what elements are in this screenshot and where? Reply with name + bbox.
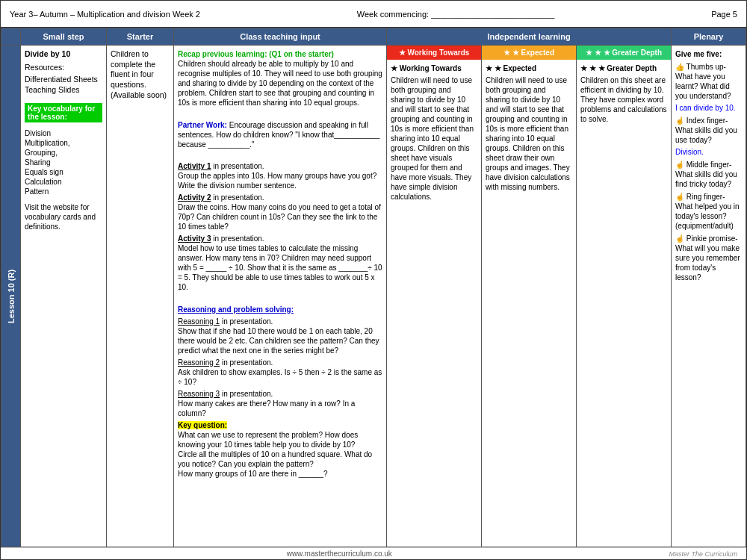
indep-learning-col-header: Independent learning bbox=[387, 28, 672, 46]
middle-finger-text: ☝ Middle finger- What skills did you fin… bbox=[675, 160, 742, 189]
reasoning-label: Reasoning and problem solving: bbox=[178, 305, 294, 314]
small-step-cell: Divide by 10 Resources: Differentiated S… bbox=[21, 46, 107, 547]
starter-text: Children to complete the fluent in four … bbox=[111, 49, 170, 100]
starter-col-header: Starter bbox=[107, 28, 174, 46]
activity3-text: Model how to use times tables to calcula… bbox=[178, 244, 382, 291]
resources-label: Resources: bbox=[25, 63, 102, 73]
activity1-label: Activity 1 bbox=[178, 162, 211, 170]
starter-cell: Children to complete the fluent in four … bbox=[107, 46, 174, 547]
greater-depth-content: ★ ★ ★ Greater Depth Children on this she… bbox=[577, 60, 671, 130]
visit-note: Visit the website for vocabulary cards a… bbox=[25, 202, 102, 231]
plenary-col-header: Plenary bbox=[672, 28, 746, 46]
greater-depth-cell: ★ ★ ★ Greater Depth ★ ★ ★ Greater Depth … bbox=[577, 46, 672, 547]
small-step-col-header: Small step bbox=[21, 28, 107, 46]
reasoning1-label: Reasoning 1 bbox=[178, 317, 220, 326]
partner-work-label: Partner Work: bbox=[178, 121, 229, 129]
footer-website: www.masterthecurriculum.co.uk bbox=[287, 550, 392, 558]
class-teaching-cell: Recap previous learning: (Q1 on the star… bbox=[174, 46, 387, 547]
plenary-cell: Give me five: 👍 Thumbs up- What have you… bbox=[672, 46, 746, 547]
activity3-label: Activity 3 bbox=[178, 234, 211, 243]
give-me-five-label: Give me five: bbox=[675, 50, 722, 58]
page-footer: www.masterthecurriculum.co.uk Master The… bbox=[1, 547, 746, 559]
class-teaching-col-header: Class teaching input bbox=[174, 28, 387, 46]
key-question-text: What can we use to represent the problem… bbox=[178, 431, 372, 478]
division-text: Division. bbox=[675, 147, 742, 157]
activity1-text: Group the apples into 10s. How many grou… bbox=[178, 172, 376, 190]
reasoning1-text: Show that if she had 10 there would be 1… bbox=[178, 327, 379, 355]
lesson-col-header bbox=[1, 28, 21, 46]
main-content: Small step Starter Class teaching input … bbox=[1, 28, 746, 547]
working-towards-header: ★ Working Towards bbox=[387, 46, 481, 60]
ring-finger-text: ☝ Ring finger- What helped you in today'… bbox=[675, 192, 742, 231]
key-vocab-box: Key vocabulary for the lesson: bbox=[25, 103, 102, 122]
lesson-label-cell: Lesson 10 (R) bbox=[1, 46, 21, 547]
recap-label: Recap previous learning: (Q1 on the star… bbox=[178, 50, 334, 58]
reasoning2-text: Ask children to show examples. Is ÷ 5 th… bbox=[178, 368, 382, 386]
index-finger-text: ☝ Index finger- What skills did you use … bbox=[675, 116, 742, 145]
small-step-title: Divide by 10 bbox=[25, 49, 70, 58]
vocab-list: DivisionMultiplication,Grouping,SharingE… bbox=[25, 128, 102, 196]
pinkie-text: ☝ Pinkie promise- What will you make sur… bbox=[675, 234, 742, 282]
activity2-text: Draw the coins. How many coins do you ne… bbox=[178, 203, 381, 231]
page-header: Year 3– Autumn – Multiplication and divi… bbox=[1, 1, 746, 28]
reasoning2-label: Reasoning 2 bbox=[178, 358, 220, 367]
expected-cell: ★ ★ Expected ★ ★ Expected Children will … bbox=[482, 46, 577, 547]
resources-text: Differentiated SheetsTeaching Slides bbox=[25, 75, 102, 95]
recap-text: Children should already be able to multi… bbox=[178, 60, 382, 107]
key-question-label: Key question: bbox=[178, 421, 227, 429]
expected-header: ★ ★ Expected bbox=[482, 46, 576, 60]
expected-content: ★ ★ Expected Children will need to use b… bbox=[482, 60, 576, 198]
activity2-label: Activity 2 bbox=[178, 193, 211, 202]
working-towards-content: ★ Working Towards Children will need to … bbox=[387, 60, 481, 208]
header-title: Year 3– Autumn – Multiplication and divi… bbox=[10, 10, 200, 19]
reasoning3-label: Reasoning 3 bbox=[178, 390, 220, 398]
greater-depth-header: ★ ★ ★ Greater Depth bbox=[577, 46, 671, 60]
reasoning3-text: How many cakes are there? How many in a … bbox=[178, 399, 355, 417]
working-towards-cell: ★ Working Towards ★ Working Towards Chil… bbox=[387, 46, 482, 547]
thumbs-up-text: 👍 Thumbs up- What have you learnt? What … bbox=[675, 62, 742, 101]
header-page: Page 5 bbox=[711, 10, 737, 19]
header-week: Week commencing: _______________________… bbox=[357, 10, 555, 19]
can-divide-text: I can divide by 10. bbox=[675, 103, 742, 113]
logo-text: Master The Curriculum bbox=[669, 550, 737, 558]
